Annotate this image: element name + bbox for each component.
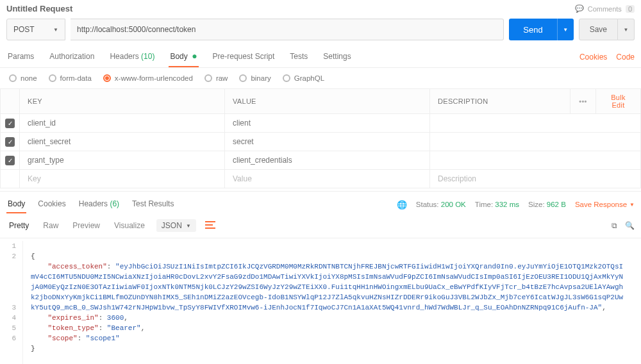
url-value: http://localhost:5000/connect/token [77,25,196,34]
chevron-down-icon: ▼ [563,27,568,33]
json-line: } [31,345,35,352]
radio-none-label: none [21,74,37,82]
json-key: "access_token" [47,263,106,270]
cell-key[interactable]: client_secret [20,133,225,151]
checkbox-checked-icon[interactable]: ✓ [5,119,15,128]
col-description: DESCRIPTION [430,89,570,114]
radio-icon [49,74,56,82]
search-icon[interactable]: 🔍 [625,221,635,230]
time-block: Time: 332 ms [475,201,519,208]
url-input[interactable]: http://localhost:5000/connect/token [71,19,504,40]
response-tab-headers[interactable]: Headers (6) [78,195,121,213]
tab-params[interactable]: Params [6,47,35,67]
cell-value[interactable]: client [225,114,430,133]
json-key: "token_type" [47,324,98,332]
viewer-preview[interactable]: Preview [70,219,103,233]
http-method-value: POST [13,25,35,34]
tab-authorization[interactable]: Authorization [48,47,96,67]
radio-none[interactable]: none [9,74,37,82]
save-response-link[interactable]: Save Response ▼ [575,201,635,208]
checkbox-checked-icon[interactable]: ✓ [5,137,15,147]
viewer-visualize[interactable]: Visualize [112,219,147,233]
page-title: Untitled Request [6,4,72,13]
time-label: Time: [475,201,493,208]
viewer-pretty[interactable]: Pretty [6,219,31,233]
body-params-table: KEY VALUE DESCRIPTION ••• Bulk Edit ✓ cl… [0,88,641,188]
json-string: "scope1" [86,335,120,342]
save-response-label: Save Response [575,201,627,208]
cell-desc-placeholder[interactable]: Description [430,170,641,188]
table-row-empty: Key Value Description [1,170,641,188]
cell-description[interactable] [430,133,641,151]
response-tab-testresults[interactable]: Test Results [131,195,175,213]
radio-xwww-label: x-www-form-urlencoded [115,74,193,82]
json-string: "eyJhbGciOiJSUzI1NiIsImtpZCI6IkJCQzVGRDM… [31,263,623,311]
radio-xwww[interactable]: x-www-form-urlencoded [103,74,193,82]
checkbox-checked-icon[interactable]: ✓ [5,156,15,165]
send-button-label: Send [523,25,542,35]
chevron-down-icon: ▼ [624,27,629,33]
col-check [1,89,20,114]
response-tab-body[interactable]: Body [6,195,26,213]
cell-value[interactable]: client_credentials [225,151,430,170]
format-select[interactable]: JSON ▼ [156,219,196,232]
tab-prerequest[interactable]: Pre-request Script [212,47,276,67]
cell-value-placeholder[interactable]: Value [225,170,430,188]
comments-link[interactable]: 💬 Comments 0 [575,4,635,13]
http-method-select[interactable]: POST ▼ [6,19,65,40]
tab-tests[interactable]: Tests [288,47,309,67]
table-row: ✓ grant_type client_credentials [1,151,641,170]
cell-key-placeholder[interactable]: Key [20,170,225,188]
modified-dot-icon: ● [192,51,197,61]
cell-key[interactable]: client_id [20,114,225,133]
radio-graphql[interactable]: GraphQL [283,74,324,82]
cookies-link[interactable]: Cookies [579,53,607,62]
cell-check[interactable] [1,170,20,188]
comments-label: Comments [588,5,622,13]
tab-headers-label: Headers [110,52,138,61]
save-button[interactable]: Save [579,19,618,40]
code-link[interactable]: Code [616,53,635,62]
comment-icon: 💬 [575,4,584,13]
tab-headers[interactable]: Headers (10) [108,47,156,67]
radio-icon [239,74,247,82]
send-dropdown[interactable]: ▼ [557,19,574,40]
response-tab-cookies[interactable]: Cookies [37,195,67,213]
time-value: 332 ms [495,201,519,208]
table-row: ✓ client_id client [1,114,641,133]
radio-formdata[interactable]: form-data [49,74,92,82]
col-value: VALUE [225,89,430,114]
cell-value[interactable]: secret [225,133,430,151]
format-value: JSON [162,221,182,230]
tab-body[interactable]: Body ● [169,47,198,67]
bulk-edit-link[interactable]: Bulk Edit [611,94,626,109]
send-button[interactable]: Send [509,19,556,40]
json-line: { [31,252,35,260]
viewer-raw[interactable]: Raw [40,219,61,233]
cell-description[interactable] [430,114,641,133]
json-number: 3600 [107,314,124,322]
status-label: Status: [416,201,439,208]
cell-key[interactable]: grant_type [20,151,225,170]
copy-icon[interactable]: ⧉ [612,221,617,230]
chevron-down-icon: ▼ [629,202,635,208]
tab-settings[interactable]: Settings [322,47,352,67]
cell-description[interactable] [430,151,641,170]
radio-graphql-label: GraphQL [294,74,324,82]
radio-icon [9,74,17,82]
radio-icon [204,74,212,82]
radio-binary[interactable]: binary [239,74,271,82]
size-value: 962 B [547,201,566,208]
col-extras[interactable]: ••• [570,89,596,114]
wrap-lines-icon[interactable] [205,221,217,230]
radio-raw[interactable]: raw [204,74,228,82]
radio-icon [103,74,111,82]
status-block: Status: 200 OK [416,201,466,208]
globe-icon[interactable]: 🌐 [397,200,407,210]
line-gutter: 12 3456 [0,241,23,364]
json-key: "expires_in" [47,314,98,322]
save-dropdown[interactable]: ▼ [618,19,635,40]
response-body[interactable]: 12 3456 { "access_token": "eyJhbGciOiJSU… [0,238,641,364]
chevron-down-icon: ▼ [53,27,58,33]
code-area: { "access_token": "eyJhbGciOiJSUzI1NiIsI… [23,241,626,364]
